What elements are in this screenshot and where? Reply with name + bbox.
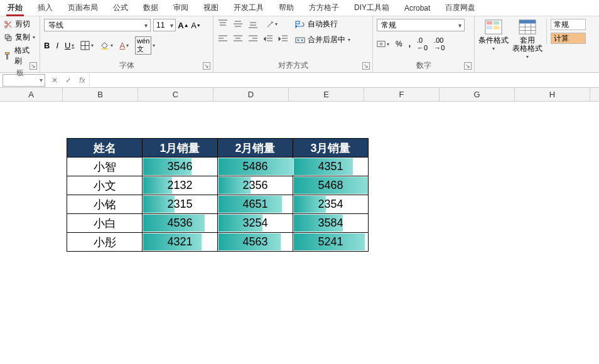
copy-label: 复制 (15, 32, 30, 43)
column-header-D[interactable]: D (213, 88, 289, 101)
align-top-button[interactable] (217, 19, 229, 29)
value-cell[interactable]: 3254 (218, 214, 293, 233)
tab-审阅[interactable]: 审阅 (166, 0, 196, 16)
font-size-select[interactable]: 11 (153, 19, 176, 31)
value-cell[interactable]: 4651 (218, 195, 293, 214)
column-header-A[interactable]: A (0, 88, 63, 101)
group-label-font: 字体 (44, 59, 209, 71)
alignment-launcher[interactable]: ↘ (362, 62, 370, 70)
name-cell[interactable]: 小文 (67, 176, 143, 195)
tab-公式[interactable]: 公式 (105, 0, 136, 16)
enter-formula-button[interactable]: ✓ (62, 76, 75, 85)
tab-开发工具[interactable]: 开发工具 (226, 0, 271, 16)
underline-button[interactable]: U▾ (65, 41, 74, 50)
value-cell[interactable]: 2132 (143, 176, 218, 195)
tab-页面布局[interactable]: 页面布局 (60, 0, 105, 16)
clipboard-launcher[interactable]: ↘ (30, 62, 37, 70)
name-box[interactable] (3, 74, 45, 87)
increase-indent-button[interactable] (278, 34, 289, 44)
name-cell[interactable]: 小铭 (67, 195, 143, 214)
worksheet-area[interactable]: 姓名1月销量2月销量3月销量 小智354654864351小文213223565… (0, 102, 599, 364)
tab-开始[interactable]: 开始 (0, 0, 30, 16)
name-cell[interactable]: 小智 (67, 158, 143, 176)
format-as-table-button[interactable]: 套用表格格式 ▾ (512, 19, 542, 60)
column-header-C[interactable]: C (138, 88, 213, 101)
ribbon-tabs: 开始插入页面布局公式数据审阅视图开发工具帮助方方格子DIY工具箱Acrobat百… (0, 0, 599, 16)
tab-DIY工具箱[interactable]: DIY工具箱 (347, 0, 397, 16)
tab-Acrobat[interactable]: Acrobat (397, 1, 438, 15)
increase-decimal-button[interactable]: .0←0 (417, 36, 428, 51)
tab-百度网盘[interactable]: 百度网盘 (438, 0, 483, 16)
svg-rect-8 (6, 55, 8, 60)
value-cell[interactable]: 4563 (218, 233, 293, 252)
column-header-F[interactable]: F (364, 88, 440, 101)
align-right-button[interactable] (247, 34, 259, 44)
tab-视图[interactable]: 视图 (196, 0, 226, 16)
number-launcher[interactable]: ↘ (464, 62, 472, 70)
decrease-indent-button[interactable] (262, 34, 274, 44)
table-header[interactable]: 3月销量 (293, 139, 369, 158)
tab-方方格子[interactable]: 方方格子 (301, 0, 347, 16)
phonetic-button[interactable]: wén文▾ (135, 36, 155, 55)
number-format-select[interactable]: 常规 (377, 19, 465, 31)
value-cell[interactable]: 3584 (293, 214, 369, 233)
tab-插入[interactable]: 插入 (30, 0, 60, 16)
value-cell[interactable]: 2315 (143, 195, 218, 214)
svg-marker-40 (296, 25, 297, 28)
insert-function-button[interactable]: fx (75, 76, 89, 85)
value-cell[interactable]: 5468 (293, 176, 369, 195)
table-header[interactable]: 姓名 (67, 139, 143, 158)
cell-style-normal[interactable]: 常规 (551, 19, 586, 30)
orientation-button[interactable]: ▾ (262, 19, 280, 29)
value-cell[interactable]: 5486 (218, 158, 293, 176)
merge-center-label: 合并后居中 (308, 35, 345, 45)
group-styles: 条件格式 ▾ 套用表格格式 ▾ 常规 计算 (475, 16, 599, 72)
name-cell[interactable]: 小白 (67, 214, 143, 233)
column-header-E[interactable]: E (289, 88, 364, 101)
value-cell[interactable]: 4321 (143, 233, 218, 252)
accounting-format-button[interactable]: ▾ (377, 40, 389, 48)
wrap-text-label: 自动换行 (308, 19, 338, 29)
percent-button[interactable]: % (396, 40, 402, 48)
column-header-G[interactable]: G (440, 88, 515, 101)
font-launcher[interactable]: ↘ (203, 62, 210, 70)
table-header[interactable]: 1月销量 (143, 139, 218, 158)
align-center-button[interactable] (232, 34, 244, 44)
value-cell[interactable]: 5241 (293, 233, 369, 252)
copy-button[interactable]: 复制 ▾ (4, 32, 36, 43)
formula-input[interactable] (89, 74, 599, 87)
align-bottom-button[interactable] (247, 19, 259, 29)
cancel-formula-button[interactable]: ✕ (48, 76, 62, 85)
svg-rect-50 (494, 26, 499, 29)
cell-style-calculation[interactable]: 计算 (551, 33, 586, 44)
conditional-format-button[interactable]: 条件格式 ▾ (478, 19, 509, 51)
value-cell[interactable]: 2356 (218, 176, 293, 195)
column-header-B[interactable]: B (63, 88, 138, 101)
align-left-button[interactable] (217, 34, 229, 44)
decrease-decimal-button[interactable]: .00→0 (434, 36, 445, 51)
border-button[interactable]: ▾ (80, 41, 94, 50)
italic-button[interactable]: I (56, 41, 58, 50)
font-name-select[interactable]: 等线 (44, 19, 151, 31)
font-color-button[interactable]: A▾ (119, 41, 129, 50)
table-header[interactable]: 2月销量 (218, 139, 293, 158)
name-cell[interactable]: 小彤 (67, 233, 143, 252)
comma-button[interactable]: , (409, 40, 411, 48)
cut-button[interactable]: 剪切 (4, 19, 36, 29)
value-cell[interactable]: 3546 (143, 158, 218, 176)
align-middle-button[interactable] (232, 19, 244, 29)
tab-数据[interactable]: 数据 (136, 0, 166, 16)
bold-button[interactable]: B (44, 41, 50, 50)
fill-color-button[interactable]: ▾ (100, 41, 113, 50)
value-cell[interactable]: 2354 (293, 195, 369, 214)
increase-font-button[interactable]: A▲ (178, 20, 188, 30)
column-header-H[interactable]: H (515, 88, 590, 101)
svg-marker-43 (301, 39, 303, 41)
value-cell[interactable]: 4536 (143, 214, 218, 233)
wrap-text-button[interactable]: 自动换行 (295, 19, 350, 29)
tab-帮助[interactable]: 帮助 (271, 0, 301, 16)
merge-center-button[interactable]: 合并后居中 ▾ (295, 35, 350, 45)
value-cell[interactable]: 4351 (293, 158, 369, 176)
merge-icon (295, 35, 305, 45)
decrease-font-button[interactable]: A▼ (191, 20, 201, 30)
